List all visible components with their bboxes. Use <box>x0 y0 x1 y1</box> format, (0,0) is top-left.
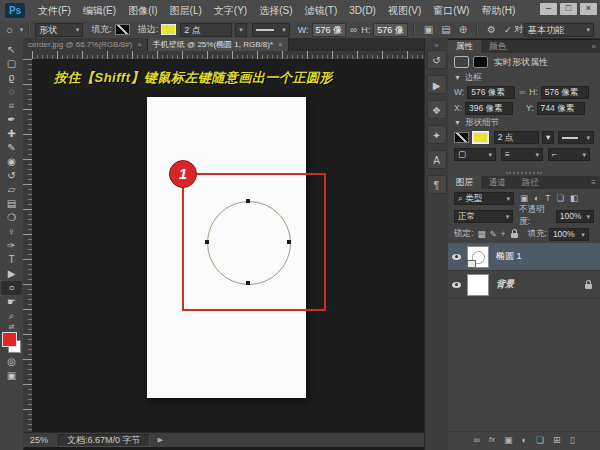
link-layers-icon[interactable]: ∞ <box>473 435 479 445</box>
link-wh-icon[interactable]: ∞ <box>519 87 525 97</box>
type-tool[interactable]: T <box>1 253 22 267</box>
stroke-width-dropdown-icon[interactable]: ▾ <box>235 23 247 37</box>
gear-icon[interactable]: ⚙ <box>487 24 496 35</box>
filter-adjustment-icon[interactable]: ◐ <box>534 193 539 203</box>
history-brush-tool[interactable]: ↺ <box>1 169 22 183</box>
actions-panel-icon[interactable]: ▶ <box>427 75 447 94</box>
lock-transparency-icon[interactable]: ▦ <box>477 229 485 239</box>
tool-preset-dropdown-icon[interactable]: ▾ <box>20 26 24 34</box>
adjustment-layer-icon[interactable]: ◐ <box>522 435 527 445</box>
menu-3d[interactable]: 3D(D) <box>343 0 382 21</box>
lock-position-icon[interactable]: + <box>501 229 506 239</box>
section-collapse-icon[interactable]: ▼ <box>454 74 461 81</box>
opacity-field[interactable]: 100%▾ <box>556 210 594 223</box>
stroke-swatch[interactable] <box>161 24 176 35</box>
quick-mask-button[interactable]: ◎ <box>1 355 22 369</box>
filter-shape-icon[interactable]: ❏ <box>556 193 564 203</box>
menu-filter[interactable]: 滤镜(T) <box>299 0 344 21</box>
new-layer-icon[interactable]: ⊞ <box>553 435 561 445</box>
filter-smartobject-icon[interactable]: ◧ <box>570 193 578 203</box>
blur-tool[interactable]: ❍ <box>1 211 22 225</box>
filter-type-icon[interactable]: T <box>545 193 550 203</box>
canvas-viewport[interactable]: 按住【Shifft】键鼠标左键随意画出一个正圆形 1 <box>32 59 424 432</box>
fill-field[interactable]: 100%▾ <box>549 228 589 241</box>
gradient-tool[interactable]: ▤ <box>1 197 22 211</box>
close-button[interactable]: × <box>580 3 597 15</box>
prop-height-field[interactable]: 576 像素 <box>541 86 589 99</box>
prop-fill-swatch[interactable] <box>454 132 469 143</box>
minimize-button[interactable]: – <box>540 3 557 15</box>
shape-height-field[interactable]: 576 像 <box>373 23 408 37</box>
screen-mode-button[interactable]: ▣ <box>1 369 22 383</box>
tab-paths[interactable]: 路径 <box>514 176 547 189</box>
link-dimensions-icon[interactable]: ∞ <box>350 24 357 35</box>
tab-properties[interactable]: 属性 <box>448 40 481 53</box>
maximize-button[interactable]: □ <box>560 3 577 15</box>
styles-panel-icon[interactable]: ❖ <box>427 100 447 119</box>
stroke-align-select[interactable]: ▢▾ <box>454 148 496 161</box>
marquee-tool[interactable]: ▢ <box>1 57 22 71</box>
layer-name[interactable]: 背景 <box>496 278 514 291</box>
path-operations-icon[interactable]: ▣ <box>424 24 433 35</box>
fill-swatch[interactable] <box>115 24 130 35</box>
pen-tool[interactable]: ✑ <box>1 239 22 253</box>
prop-width-field[interactable]: 576 像素 <box>467 86 515 99</box>
stroke-width-field[interactable]: 2 点 <box>180 23 232 37</box>
tab-channels[interactable]: 通道 <box>481 176 514 189</box>
zoom-level-field[interactable]: 25% <box>30 435 48 445</box>
menu-help[interactable]: 帮助(H) <box>475 0 521 21</box>
prop-stroke-style-select[interactable]: ▾ <box>558 131 594 144</box>
layer-thumbnail[interactable] <box>467 246 489 268</box>
section-collapse-icon[interactable]: ▼ <box>454 119 461 126</box>
brush-tool[interactable]: ✎ <box>1 141 22 155</box>
layer-name[interactable]: 椭圆 1 <box>496 250 522 263</box>
menu-type[interactable]: 文字(Y) <box>208 0 253 21</box>
eraser-tool[interactable]: ▱ <box>1 183 22 197</box>
eyedropper-tool[interactable]: ✒ <box>1 113 22 127</box>
quick-selection-tool[interactable]: ◌ <box>1 85 22 99</box>
prop-x-field[interactable]: 396 像素 <box>465 102 513 115</box>
group-icon[interactable]: ❏ <box>536 435 544 445</box>
layer-mask-icon[interactable]: ▣ <box>504 435 513 445</box>
lock-all-icon[interactable] <box>511 233 518 238</box>
tab-layers[interactable]: 图层 <box>448 176 481 189</box>
workspace-select[interactable]: 基本功能▾ <box>524 23 594 37</box>
zoom-tool[interactable]: ⌕ <box>1 309 22 323</box>
swap-colors-icon[interactable]: ⇄ <box>0 323 23 331</box>
panel-resize-grip[interactable] <box>506 172 542 174</box>
character-panel-icon[interactable]: A <box>427 150 447 169</box>
visibility-eye-icon[interactable] <box>452 254 461 260</box>
status-arrow-icon[interactable]: ▶ <box>158 436 163 444</box>
lasso-tool[interactable]: ϱ <box>1 71 22 85</box>
path-alignment-icon[interactable]: ▤ <box>441 24 450 35</box>
path-arrangement-icon[interactable]: ⊕ <box>459 24 467 35</box>
menu-file[interactable]: 文件(F) <box>32 0 77 21</box>
shape-width-field[interactable]: 576 像 <box>312 23 347 37</box>
layer-thumbnail[interactable] <box>467 274 489 296</box>
collapse-panels-icon[interactable]: » <box>435 42 439 50</box>
hand-tool[interactable]: ☛ <box>1 295 22 309</box>
move-tool[interactable]: ↖ <box>1 43 22 57</box>
menu-layer[interactable]: 图层(L) <box>164 0 208 21</box>
path-selection-tool[interactable]: ▶ <box>1 267 22 281</box>
prop-stroke-width-field[interactable]: 2 点 <box>494 131 539 144</box>
tool-mode-select[interactable]: 形状▾ <box>35 23 83 37</box>
prop-stroke-swatch[interactable] <box>473 132 488 143</box>
dodge-tool[interactable]: ♀ <box>1 225 22 239</box>
layer-row-background[interactable]: 背景 <box>448 271 600 299</box>
menu-select[interactable]: 选择(S) <box>253 0 298 21</box>
tab-color[interactable]: 颜色 <box>481 40 514 53</box>
healing-brush-tool[interactable]: ✚ <box>1 127 22 141</box>
filter-pixel-icon[interactable]: ▣ <box>520 193 528 203</box>
stroke-corners-select[interactable]: ⌐▾ <box>548 148 590 161</box>
lock-pixels-icon[interactable]: ✎ <box>489 229 496 239</box>
menu-edit[interactable]: 编辑(E) <box>77 0 122 21</box>
foreground-color-swatch[interactable] <box>2 332 17 347</box>
align-edges-checkbox[interactable]: ✓ <box>504 25 512 35</box>
panel-collapse-icon[interactable]: » <box>592 40 596 53</box>
crop-tool[interactable]: ⌗ <box>1 99 22 113</box>
prop-y-field[interactable]: 744 像素 <box>537 102 585 115</box>
visibility-eye-icon[interactable] <box>452 282 461 288</box>
document-tab-phone-wallpaper[interactable]: 手机壁纸 @ 25%(椭圆 1, RGB/8)* × <box>148 38 289 51</box>
layer-filter-select[interactable]: ⌕ 类型 ▾ <box>454 192 514 205</box>
